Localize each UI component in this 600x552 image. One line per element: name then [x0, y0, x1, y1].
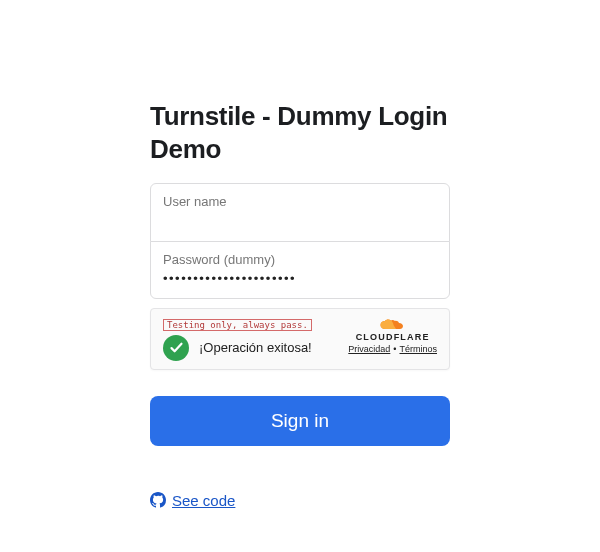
page-title: Turnstile - Dummy Login Demo [150, 100, 450, 165]
cloudflare-logo-icon: CLOUDFLARE [356, 319, 430, 342]
username-label: User name [163, 192, 437, 213]
success-check-icon [163, 335, 189, 361]
password-field[interactable]: Password (dummy) •••••••••••••••••••••• [150, 241, 450, 299]
username-input[interactable] [163, 213, 437, 231]
username-field[interactable]: User name [150, 183, 450, 242]
privacy-link[interactable]: Privacidad [348, 344, 390, 354]
testing-badge: Testing only, always pass. [163, 319, 312, 331]
password-input[interactable]: •••••••••••••••••••••• [163, 271, 437, 288]
see-code-link[interactable]: See code [150, 492, 235, 509]
password-label: Password (dummy) [163, 250, 437, 271]
sign-in-button[interactable]: Sign in [150, 396, 450, 446]
github-icon [150, 492, 166, 508]
captcha-success-message: ¡Operación exitosa! [199, 340, 312, 355]
login-card: Turnstile - Dummy Login Demo User name P… [150, 100, 450, 512]
turnstile-widget: Testing only, always pass. ¡Operación ex… [150, 308, 450, 370]
terms-link[interactable]: Términos [399, 344, 437, 354]
see-code-label: See code [172, 492, 235, 509]
cloudflare-wordmark: CLOUDFLARE [356, 332, 430, 342]
